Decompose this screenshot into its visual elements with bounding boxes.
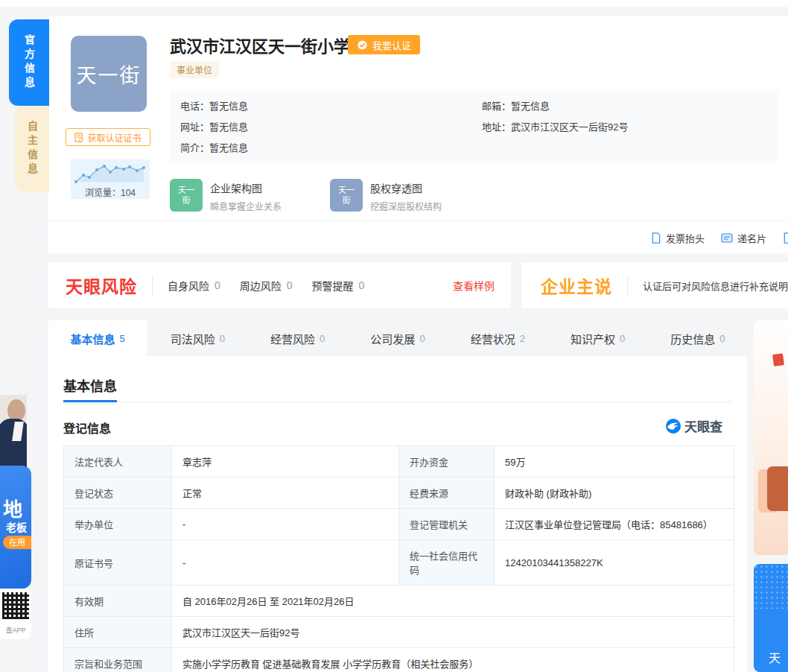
right-ad-blue-card[interactable]: 天	[754, 564, 788, 672]
page: 自主信息 官方信息 天一街 获取认证证书	[0, 0, 788, 672]
row-label: 法定代表人	[64, 446, 172, 478]
invoice-title-link[interactable]: 发票抬头	[651, 231, 705, 245]
basic-info-panel: 基本信息 登记信息 天眼查 法定代表人 章志萍 开办资金 59万 登记状态 正常…	[48, 356, 747, 672]
right-ad-blue-char: 天	[769, 648, 781, 666]
tab-operation-status[interactable]: 经营状况2	[448, 320, 547, 356]
tab-operation-risk[interactable]: 经营风险0	[249, 320, 347, 356]
section-divider	[63, 402, 732, 402]
left-ad-banner[interactable]: 地 老板 在用	[0, 466, 31, 589]
risk-panel: 天眼风险 自身风险0 周边风险0 预警提醒0 查看样例	[48, 262, 511, 308]
owner-says-panel: 企业主说 认证后可对风险信息进行补充说明	[521, 262, 788, 308]
section-tabs: 基本信息5 司法风险0 经营风险0 公司发展0 经营状况2 知识产权0 历史信息…	[48, 320, 747, 356]
dot-pattern	[754, 564, 788, 609]
row-label: 宗旨和业务范围	[64, 648, 172, 672]
tianyancha-brand: 天眼查	[665, 416, 722, 435]
side-tab-self-info[interactable]: 自主信息	[15, 105, 49, 192]
row-value: 章志萍	[172, 446, 399, 478]
address-info: 地址：武汉市江汉区天一后街92号	[482, 119, 628, 133]
owner-says-logo: 企业主说	[541, 273, 612, 298]
tab-intellectual-property[interactable]: 知识产权0	[548, 320, 646, 356]
divider	[152, 276, 153, 295]
row-value: 正常	[172, 478, 399, 509]
equity-chart-feature-icon: 天一街	[330, 179, 363, 212]
row-label: 开办资金	[399, 446, 495, 478]
certificate-icon	[74, 133, 84, 142]
row-label: 统一社会信用代码	[399, 540, 495, 586]
claim-certify-label: 我要认证	[372, 38, 411, 52]
invoice-title-label: 发票抬头	[666, 231, 705, 245]
row-label: 有效期	[64, 586, 172, 617]
tab-basic-info[interactable]: 基本信息5	[48, 320, 147, 356]
divider	[627, 276, 628, 295]
row-value: 江汉区事业单位登记管理局（电话：85481686）	[495, 509, 734, 540]
org-chart-feature[interactable]: 天一街 企业架构图 瞬息掌握企业关系	[170, 179, 282, 212]
section-active-underline	[63, 400, 117, 402]
registration-table: 法定代表人 章志萍 开办资金 59万 登记状态 正常 经费来源 财政补助 (财政…	[63, 446, 734, 672]
equity-chart-feature-subtitle: 挖掘深层股权结构	[370, 200, 442, 212]
page-views-box: 浏览量：104	[71, 159, 150, 199]
row-value: 12420103441358227K	[495, 540, 734, 586]
right-ad-card[interactable]	[754, 320, 788, 555]
row-label: 原证书号	[64, 540, 172, 586]
table-row: 有效期 自 2016年02月26日 至 2021年02月26日	[64, 586, 734, 617]
left-ad-boss-text: 老板	[6, 519, 27, 534]
left-ad-qr-card: 查APP	[0, 589, 31, 639]
equity-chart-feature[interactable]: 天一街 股权穿透图 挖掘深层股权结构	[330, 179, 442, 212]
tab-company-development[interactable]: 公司发展0	[349, 320, 447, 356]
right-ad-cta-button[interactable]	[767, 466, 788, 511]
send-card-link[interactable]: 递名片	[721, 231, 766, 245]
badge-check-icon	[357, 39, 368, 51]
table-row: 宗旨和业务范围 实施小学学历教育 促进基础教育发展 小学学历教育（相关社会服务）	[64, 648, 734, 672]
self-risk-item[interactable]: 自身风险0	[168, 278, 220, 293]
row-value: 武汉市江汉区天一后街92号	[172, 617, 734, 648]
company-header-card: 天一街 获取认证证书 浏览量：104	[48, 16, 788, 253]
row-label: 登记状态	[64, 478, 172, 509]
org-chart-feature-subtitle: 瞬息掌握企业关系	[210, 200, 282, 212]
row-value: 59万	[495, 446, 734, 478]
row-value: 财政补助 (财政补助)	[495, 478, 734, 509]
tab-judicial-risk[interactable]: 司法风险0	[148, 320, 247, 356]
quick-links: 发票抬头 递名片	[651, 231, 788, 245]
table-row: 法定代表人 章志萍 开办资金 59万	[64, 446, 734, 478]
website-info: 网址：暂无信息	[180, 119, 248, 133]
tianyancha-brand-text: 天眼查	[684, 416, 722, 435]
row-label: 举办单位	[64, 509, 172, 540]
qr-code	[2, 592, 29, 619]
row-value: -	[172, 509, 399, 540]
get-certificate-button[interactable]: 获取认证证书	[66, 128, 150, 146]
org-chart-feature-title: 企业架构图	[210, 180, 282, 195]
table-row: 原证书号 - 统一社会信用代码 12420103441358227K	[64, 540, 734, 586]
warning-reminder-item[interactable]: 预警提醒0	[312, 278, 365, 293]
contact-info-box: 电话：暂无信息 邮箱：暂无信息 网址：暂无信息 地址：武汉市江汉区天一后街92号…	[170, 91, 778, 163]
view-sample-link[interactable]: 查看样例	[453, 278, 495, 293]
org-type-tag: 事业单位	[170, 61, 219, 78]
left-ad-big-char: 地	[3, 494, 22, 522]
get-certificate-label: 获取认证证书	[87, 131, 141, 144]
quick-link-partial[interactable]	[783, 232, 788, 244]
owner-says-text: 认证后可对风险信息进行补充说明	[643, 279, 788, 293]
row-label: 登记管理机关	[399, 509, 495, 540]
top-strip	[0, 0, 788, 7]
org-chart-feature-icon: 天一街	[170, 179, 203, 212]
page-views-label: 浏览量：104	[71, 186, 150, 198]
claim-certify-button[interactable]: 我要认证	[348, 35, 420, 54]
business-card-icon	[721, 233, 733, 243]
table-row: 住所 武汉市江汉区天一后街92号	[64, 617, 734, 648]
row-label: 经费来源	[399, 478, 495, 509]
partial-doc-icon	[783, 232, 788, 244]
email-info: 邮箱：暂无信息	[482, 98, 550, 112]
table-row: 举办单位 - 登记管理机关 江汉区事业单位登记管理局（电话：85481686）	[64, 509, 734, 540]
left-ad-cta-button[interactable]: 在用	[3, 536, 31, 549]
tab-history-info[interactable]: 历史信息0	[649, 320, 747, 356]
registration-info-title: 登记信息	[63, 419, 111, 437]
section-title: 基本信息	[63, 375, 117, 395]
peripheral-risk-item[interactable]: 周边风险0	[240, 278, 293, 293]
send-card-label: 递名片	[737, 231, 766, 245]
tianyancha-eye-icon	[665, 418, 681, 434]
header-card-footer: 发票抬头 递名片	[48, 221, 788, 253]
left-ad-person-photo	[0, 395, 27, 469]
side-tab-official-info[interactable]: 官方信息	[9, 19, 49, 106]
row-value: -	[172, 540, 399, 586]
company-name: 武汉市江汉区天一街小学	[170, 33, 350, 57]
views-sparkline	[74, 162, 146, 185]
